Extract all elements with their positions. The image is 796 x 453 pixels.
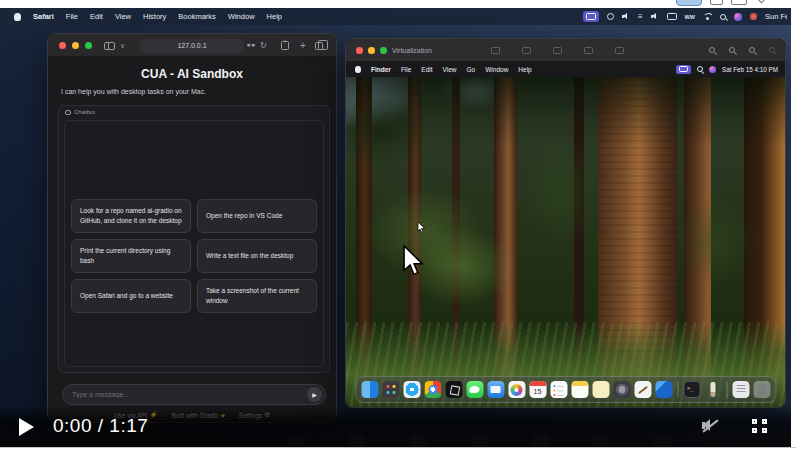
control-sliders-icon[interactable]: ≡ (638, 13, 643, 21)
share-icon[interactable] (281, 34, 289, 57)
menu-safari[interactable]: Safari (33, 12, 54, 21)
host-status-icons: ≡ WW Sun Feb (583, 11, 791, 22)
square-icon (710, 0, 723, 5)
send-button[interactable]: ▶ (307, 387, 322, 402)
suggestion-print-directory[interactable]: Print the current directory using bash (71, 239, 191, 273)
video-timestamp: 0:00 / 1:17 (53, 415, 148, 437)
focus-circle-icon[interactable] (607, 13, 614, 20)
vm-toolbar-icons (491, 47, 624, 54)
vm-siri-icon[interactable] (709, 66, 716, 73)
vm-toolbar-icon[interactable] (553, 47, 562, 54)
dock-icon-terminal[interactable] (683, 381, 700, 398)
reload-icon[interactable]: ↻ (260, 34, 267, 57)
keyboard-ww-icon[interactable]: WW (685, 14, 695, 20)
dock-icon-system-settings[interactable] (613, 381, 630, 398)
vm-menu-file[interactable]: File (401, 66, 411, 73)
vm-menu-edit[interactable]: Edit (421, 66, 432, 73)
dock-icon-trash[interactable] (753, 381, 770, 398)
menu-bookmarks[interactable]: Bookmarks (178, 12, 216, 21)
vm-menu-window[interactable]: Window (485, 66, 508, 73)
vm-close-button[interactable] (356, 47, 363, 54)
screenshot-root: Safari File Edit View History Bookmarks … (0, 0, 796, 453)
vm-search-icon[interactable] (697, 66, 703, 72)
vm-minimize-button[interactable] (368, 47, 375, 54)
menu-window[interactable]: Window (228, 12, 255, 21)
menu-file[interactable]: File (66, 12, 78, 21)
zoom-in-icon[interactable] (749, 47, 755, 53)
suggestion-write-file[interactable]: Write a text file on the desktop (197, 239, 317, 273)
vm-titlebar[interactable]: Virtualization (346, 39, 785, 61)
display-icon[interactable] (667, 13, 677, 20)
vm-apple-logo-icon[interactable] (355, 66, 361, 73)
host-clock[interactable]: Sun Feb (765, 12, 787, 21)
dock-icon-photos[interactable] (508, 381, 525, 398)
chevron-down-icon[interactable]: ∨ (120, 34, 125, 57)
vm-menu-go[interactable]: Go (467, 66, 476, 73)
volume-icon[interactable] (622, 13, 630, 21)
intro-text: I can help you with desktop tasks on you… (61, 88, 336, 95)
minimize-button[interactable] (72, 42, 79, 49)
host-desktop: Safari File Edit View History Bookmarks … (0, 8, 791, 447)
chat-messages-area: Look for a repo named ai-gradio on GitHu… (64, 120, 324, 367)
zoom-fit-icon[interactable] (729, 47, 735, 53)
suggestion-clone-repo[interactable]: Look for a repo named ai-gradio on GitHu… (71, 199, 191, 233)
suggestion-open-safari[interactable]: Open Safari and go to a website (71, 279, 191, 313)
vm-menu-help[interactable]: Help (518, 66, 531, 73)
new-tab-icon[interactable]: + (300, 34, 306, 57)
suggestion-open-vscode[interactable]: Open the repo in VS Code (197, 199, 317, 233)
dock-icon-vscode[interactable] (655, 381, 672, 398)
close-button[interactable] (59, 42, 66, 49)
sidebar-icon[interactable] (104, 34, 115, 57)
vm-toolbar-icon[interactable] (615, 47, 624, 54)
dock-icon-safari[interactable] (403, 381, 420, 398)
tab-overview-icon[interactable] (315, 34, 323, 57)
vm-menu-finder[interactable]: Finder (371, 66, 391, 73)
dock-icon-calendar[interactable]: 15 (529, 381, 546, 398)
reader-icon[interactable]: 👓 (246, 34, 256, 57)
address-bar[interactable]: 127.0.0.1 (140, 39, 244, 53)
video-controls: 0:00 / 1:17 (0, 405, 791, 447)
menu-history[interactable]: History (143, 12, 166, 21)
zoom-button[interactable] (85, 42, 92, 49)
safari-window: ∨ ‹ 127.0.0.1 👓 ↻ + CUA - AI Sandbox I c… (47, 33, 337, 423)
dock-icon-notes[interactable] (571, 381, 588, 398)
dock-icon-dev-box[interactable] (445, 381, 462, 398)
vm-screen-sharing-icon[interactable] (676, 65, 691, 74)
safari-titlebar[interactable]: ∨ ‹ 127.0.0.1 👓 ↻ + (48, 34, 336, 57)
dock-icon-launchpad[interactable] (382, 381, 399, 398)
dock-icon-pen-utility[interactable] (704, 381, 721, 398)
dock-icon-mail[interactable] (487, 381, 504, 398)
zoom-out-icon[interactable] (709, 47, 715, 53)
vm-menu-view[interactable]: View (443, 66, 457, 73)
search-icon[interactable] (720, 14, 726, 20)
dock-icon-messages[interactable] (466, 381, 483, 398)
message-input[interactable] (72, 391, 307, 398)
dock-icon-stickies[interactable] (592, 381, 609, 398)
page-right-strip (791, 0, 796, 453)
mute-icon[interactable] (700, 418, 720, 434)
dock-icon-finder[interactable] (361, 381, 378, 398)
screen-mirroring-icon[interactable] (583, 11, 599, 22)
dock-icon-textedit[interactable] (634, 381, 651, 398)
dock-icon-documents[interactable] (732, 381, 749, 398)
vm-toolbar-icon[interactable] (491, 47, 500, 54)
wifi-icon[interactable] (703, 13, 712, 20)
capture-icon[interactable] (769, 47, 775, 53)
menu-help[interactable]: Help (267, 12, 282, 21)
play-button[interactable] (19, 418, 34, 436)
vm-toolbar-icon[interactable] (584, 47, 593, 54)
vm-toolbar-icon[interactable] (522, 47, 531, 54)
menu-view[interactable]: View (115, 12, 131, 21)
vm-clock[interactable]: Sat Feb 15 4:10 PM (722, 66, 778, 73)
dock-icon-chrome[interactable] (424, 381, 441, 398)
fullscreen-icon[interactable] (752, 419, 767, 433)
siri-icon[interactable] (734, 13, 742, 21)
sound-icon[interactable] (651, 13, 659, 21)
host-menubar: Safari File Edit View History Bookmarks … (0, 8, 791, 25)
record-dot-icon[interactable] (750, 13, 757, 20)
vm-zoom-button[interactable] (380, 47, 387, 54)
apple-logo-icon[interactable] (14, 13, 21, 21)
suggestion-take-screenshot[interactable]: Take a screenshot of the current window (197, 279, 317, 313)
menu-edit[interactable]: Edit (90, 12, 103, 21)
dock-icon-reminders[interactable] (550, 381, 567, 398)
